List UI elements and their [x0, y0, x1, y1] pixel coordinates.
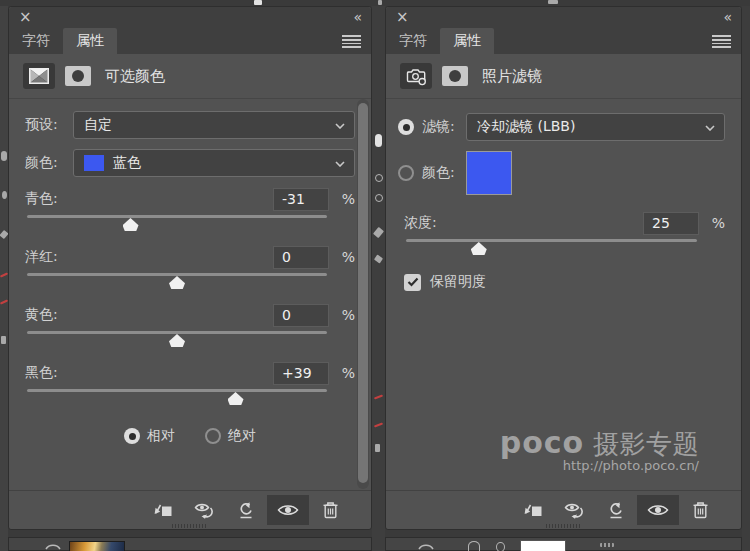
cyan-slider-thumb[interactable] [123, 218, 139, 231]
black-slider-group: 黑色: +39 % [25, 361, 355, 407]
percent-sign: % [329, 191, 355, 207]
yellow-slider-track[interactable] [27, 331, 327, 334]
percent-sign: % [329, 249, 355, 265]
filter-label: 滤镜: [422, 118, 466, 136]
yellow-value-input[interactable]: 0 [273, 304, 329, 327]
tab-properties[interactable]: 属性 [440, 28, 494, 54]
magenta-slider-group: 洋红: 0 % [25, 245, 355, 291]
reset-icon[interactable] [225, 495, 267, 525]
yellow-slider-thumb[interactable] [169, 334, 185, 347]
density-slider-group: 浓度: 25 % [398, 211, 725, 257]
preset-select[interactable]: 自定 [73, 111, 355, 139]
clip-to-layer-icon[interactable] [511, 495, 553, 525]
relative-radio-option[interactable]: 相对 [124, 427, 175, 445]
tool-glyph [375, 134, 382, 147]
delete-trash-icon[interactable] [679, 495, 721, 525]
close-icon[interactable]: × [396, 8, 409, 27]
tab-character[interactable]: 字符 [386, 28, 440, 54]
tab-properties[interactable]: 属性 [63, 28, 117, 54]
black-value-input[interactable]: +39 [273, 362, 329, 385]
tool-glyph [375, 194, 383, 202]
panel-titlebar: × « [386, 7, 741, 28]
photo-filter-icon [400, 63, 432, 89]
selective-color-panel: × « 字符 属性 可选颜色 预设: 自定 [8, 6, 372, 530]
close-icon[interactable]: × [19, 8, 32, 27]
filter-select[interactable]: 冷却滤镜 (LBB) [466, 113, 725, 141]
delete-trash-icon[interactable] [309, 495, 351, 525]
panel-resize-grip[interactable] [172, 524, 208, 528]
tab-character[interactable]: 字符 [9, 28, 63, 54]
magenta-slider-track[interactable] [27, 273, 327, 276]
left-toolbar-sliver [0, 6, 8, 551]
panel-content: 预设: 自定 颜色: 蓝色 青色: -31 % [9, 111, 371, 445]
preserve-luminosity-label: 保留明度 [430, 273, 486, 291]
black-slider-thumb[interactable] [228, 392, 244, 405]
panel-titlebar: × « [9, 7, 371, 28]
preset-label: 预设: [25, 116, 73, 134]
method-radio-row: 相对 绝对 [25, 427, 355, 445]
collapse-panel-icon[interactable]: « [353, 8, 361, 27]
color-value: 蓝色 [113, 154, 141, 172]
watermark-brand: poco [500, 425, 584, 460]
black-slider-track[interactable] [27, 389, 327, 392]
radio-selected-icon[interactable] [124, 428, 140, 444]
right-edge-strip [742, 6, 750, 551]
layer-mask-icon[interactable] [442, 66, 468, 86]
mask-thumbnail[interactable] [520, 540, 566, 551]
panel-resize-grip[interactable] [546, 524, 582, 528]
radio-unselected-icon[interactable] [205, 428, 221, 444]
color-label: 颜色: [422, 164, 466, 182]
cyan-label: 青色: [25, 190, 273, 208]
layer-thumbnail[interactable] [69, 541, 125, 551]
density-label: 浓度: [404, 214, 643, 232]
watermark-url: http://photo.poco.cn/ [500, 459, 699, 473]
filter-radio-selected-icon[interactable] [398, 119, 414, 135]
adjustment-header: 照片滤镜 [386, 54, 741, 99]
chevron-down-icon [335, 123, 345, 129]
checkbox-checked-icon[interactable] [404, 274, 421, 291]
scrollbar-thumb[interactable] [358, 103, 368, 483]
tab-bar: 字符 属性 [9, 28, 371, 54]
relative-label: 相对 [147, 427, 175, 445]
yellow-label: 黄色: [25, 306, 273, 324]
adjustment-title: 可选颜色 [105, 67, 165, 86]
cyan-slider-track[interactable] [27, 215, 327, 218]
absolute-radio-option[interactable]: 绝对 [205, 427, 256, 445]
percent-sign: % [329, 307, 355, 323]
absolute-label: 绝对 [228, 427, 256, 445]
adjustment-icon-partial [468, 541, 480, 551]
layer-mask-icon[interactable] [65, 66, 91, 86]
panel-menu-icon[interactable] [712, 35, 731, 48]
cyan-slider-group: 青色: -31 % [25, 187, 355, 233]
magenta-slider-thumb[interactable] [169, 276, 185, 289]
magenta-value-input[interactable]: 0 [273, 246, 329, 269]
tool-glyph-red [0, 272, 8, 277]
background-glyph [548, 0, 558, 4]
reset-icon[interactable] [595, 495, 637, 525]
visibility-eye-icon[interactable] [637, 495, 679, 525]
tool-glyph [373, 227, 384, 238]
density-value-input[interactable]: 25 [643, 212, 699, 235]
tool-glyph-red [374, 423, 383, 428]
clip-to-layer-icon[interactable] [141, 495, 183, 525]
visibility-eye-icon[interactable] [267, 495, 309, 525]
density-slider-track[interactable] [406, 239, 697, 242]
cyan-value-input[interactable]: -31 [273, 188, 329, 211]
density-slider-thumb[interactable] [471, 242, 487, 255]
tool-glyph [374, 255, 383, 264]
black-label: 黑色: [25, 364, 273, 382]
view-previous-state-icon[interactable] [183, 495, 225, 525]
tool-glyph [375, 174, 383, 182]
chevron-down-icon [705, 125, 715, 131]
filter-color-swatch[interactable] [466, 151, 512, 195]
background-glyph [378, 0, 382, 5]
color-radio-unselected-icon[interactable] [398, 165, 414, 181]
collapse-panel-icon[interactable]: « [723, 8, 731, 27]
tool-glyph-red [374, 395, 383, 400]
color-swatch-small [84, 155, 104, 171]
color-select[interactable]: 蓝色 [73, 149, 355, 177]
view-previous-state-icon[interactable] [553, 495, 595, 525]
tool-glyph [375, 444, 380, 452]
panel-menu-icon[interactable] [342, 35, 361, 48]
preserve-luminosity-option[interactable]: 保留明度 [398, 273, 725, 291]
